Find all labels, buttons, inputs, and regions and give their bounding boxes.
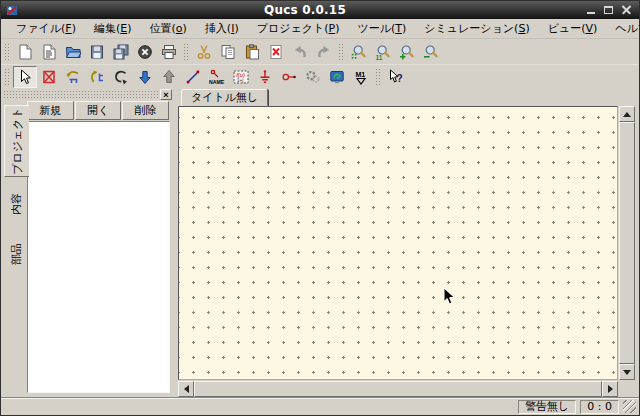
view-data-display-icon: [329, 69, 345, 85]
insert-ground-icon: [257, 69, 273, 85]
view-data-display-button[interactable]: [325, 66, 349, 88]
svg-text:M1: M1: [356, 70, 366, 77]
edit-toolbar-handle[interactable]: [183, 43, 188, 61]
insert-wire-button[interactable]: [181, 66, 205, 88]
deactivate-button[interactable]: [37, 66, 61, 88]
menu-position[interactable]: 位置(o): [141, 19, 196, 38]
document-tab-bar: タイトル無し: [178, 88, 635, 106]
insert-ground-button[interactable]: [253, 66, 277, 88]
zoom-toolbar: 11: [336, 39, 443, 64]
paste-button[interactable]: [240, 41, 264, 63]
rotate-icon: [113, 69, 129, 85]
menu-view[interactable]: ビュー(V): [539, 19, 607, 38]
zoom-fit-icon: [351, 44, 367, 60]
sidebar-tab-projects[interactable]: プロジェクト: [4, 105, 29, 177]
zoom-in-icon: [399, 44, 415, 60]
undo-button[interactable]: [288, 41, 312, 63]
close-icon[interactable]: [622, 6, 631, 15]
wire-label-icon: NAME: [209, 69, 225, 85]
insert-port-button[interactable]: [277, 66, 301, 88]
delete-button[interactable]: [264, 41, 288, 63]
horizontal-scroll-thumb[interactable]: [194, 381, 602, 397]
menu-project[interactable]: プロジェクト(P): [248, 19, 349, 38]
vertical-scrollbar[interactable]: [619, 106, 635, 380]
sidebar-tab-content[interactable]: 内容: [4, 187, 27, 221]
resize-grip-icon[interactable]: [623, 400, 636, 413]
project-buttons: 新規開く削除: [27, 101, 170, 120]
vertical-scroll-thumb[interactable]: [619, 122, 635, 364]
pop-out-button[interactable]: [157, 66, 181, 88]
zoom-1-1-icon: 11: [375, 44, 391, 60]
save-all-documents-button[interactable]: [109, 41, 133, 63]
scroll-up-icon[interactable]: [619, 106, 635, 122]
delete-icon: [268, 44, 284, 60]
select-pointer-button[interactable]: [13, 66, 37, 88]
file-toolbar-handle[interactable]: [4, 43, 9, 61]
menu-tools[interactable]: ツール(T): [348, 19, 415, 38]
set-marker-button[interactable]: M1: [349, 66, 373, 88]
scroll-left-icon[interactable]: [178, 381, 194, 397]
mirror-vertical-button[interactable]: [85, 66, 109, 88]
minimize-icon[interactable]: [587, 12, 595, 14]
menu-bar: ファイル(F)編集(E)位置(o)挿入(I)プロジェクト(P)ツール(T)シミュ…: [1, 19, 639, 39]
save-document-button[interactable]: [85, 41, 109, 63]
title-bar[interactable]: Qucs 0.0.15: [1, 1, 639, 19]
push-into-subcircuit-button[interactable]: [133, 66, 157, 88]
project-new-button[interactable]: 新規: [27, 101, 74, 120]
sidebar-tab-components[interactable]: 部品: [4, 237, 27, 271]
viewport: [178, 106, 635, 380]
svg-text:?: ?: [397, 72, 403, 83]
menu-simulation[interactable]: シミュレーション(S): [415, 19, 538, 38]
new-document-button[interactable]: [13, 41, 37, 63]
zoom-1-1-button[interactable]: 11: [371, 41, 395, 63]
dock-drag-handle[interactable]: [3, 90, 159, 99]
open-document-button[interactable]: [61, 41, 85, 63]
svg-text:1+j: 1+j: [237, 78, 243, 83]
insert-equation-button[interactable]: f(u)1+j: [229, 66, 253, 88]
project-list[interactable]: [27, 121, 170, 393]
maximize-icon[interactable]: [604, 6, 613, 14]
zoom-in-button[interactable]: [395, 41, 419, 63]
svg-text:11: 11: [376, 53, 383, 60]
sidebar-tab-projects-label: プロジェクト: [10, 107, 25, 175]
menu-insert[interactable]: 挿入(I): [196, 19, 248, 38]
mouse-cursor: [443, 287, 456, 306]
rotate-button[interactable]: [109, 66, 133, 88]
simulate-button[interactable]: [301, 66, 325, 88]
window-title: Qucs 0.0.15: [23, 3, 587, 17]
sidebar-tab-components-label: 部品: [8, 243, 23, 265]
print-document-icon: [161, 44, 177, 60]
scroll-right-icon[interactable]: [602, 381, 618, 397]
menu-file[interactable]: ファイル(F): [7, 19, 85, 38]
zoom-toolbar-handle[interactable]: [338, 43, 343, 61]
projects-panel: 新規開く削除: [27, 101, 173, 393]
horizontal-scrollbar[interactable]: [178, 381, 618, 397]
schematic-canvas[interactable]: [178, 106, 618, 380]
project-delete-button[interactable]: 削除: [122, 101, 169, 120]
print-document-button[interactable]: [157, 41, 181, 63]
document-tab-0[interactable]: タイトル無し: [181, 89, 268, 106]
copy-button[interactable]: [216, 41, 240, 63]
scroll-down-icon[interactable]: [619, 364, 635, 380]
help-toolbar-handle[interactable]: [375, 68, 380, 86]
cut-button[interactable]: [192, 41, 216, 63]
zoom-fit-button[interactable]: [347, 41, 371, 63]
dock-close-icon[interactable]: ×: [160, 89, 172, 100]
edit-toolbar: [181, 39, 336, 64]
project-open-button[interactable]: 開く: [75, 101, 122, 120]
wire-label-button[interactable]: NAME: [205, 66, 229, 88]
work-toolbar-handle[interactable]: [4, 68, 9, 86]
svg-text:NAME: NAME: [209, 78, 225, 84]
redo-button[interactable]: [312, 41, 336, 63]
mirror-horizontal-button[interactable]: [61, 66, 85, 88]
sidebar-tab-content-label: 内容: [8, 193, 23, 215]
zoom-out-button[interactable]: [419, 41, 443, 63]
menu-edit[interactable]: 編集(E): [85, 19, 141, 38]
zoom-out-icon: [423, 44, 439, 60]
whats-this-button[interactable]: ?: [384, 66, 408, 88]
menu-help[interactable]: ヘルプ(H): [606, 19, 640, 38]
cut-icon: [196, 44, 212, 60]
whats-this-icon: ?: [388, 69, 404, 85]
close-document-button[interactable]: [133, 41, 157, 63]
new-text-document-button[interactable]: [37, 41, 61, 63]
